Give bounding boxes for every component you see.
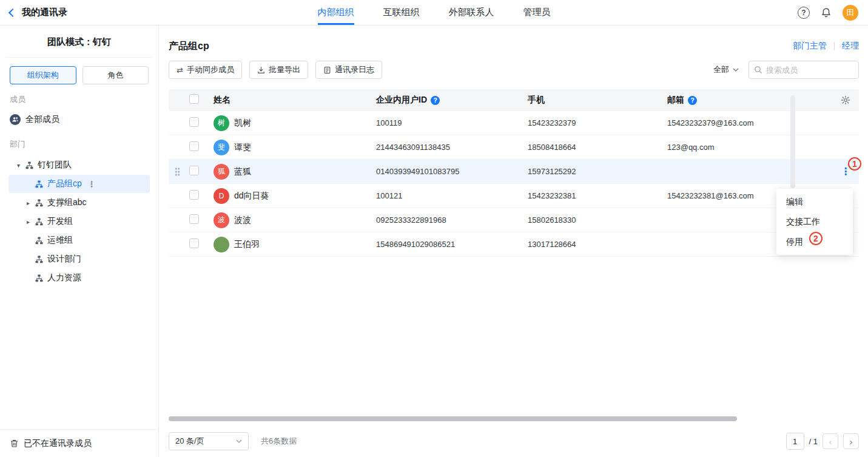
member-phone: 15802618330: [522, 215, 661, 225]
search-icon: [754, 66, 762, 74]
row-checkbox[interactable]: [189, 239, 199, 248]
pagination-bar: 20 条/页 共6条数据 / 1 ‹ ›: [169, 432, 859, 450]
manual-sync-button[interactable]: ⇄ 手动同步成员: [169, 61, 242, 79]
member-user-id: 0140393949101083795: [370, 167, 522, 176]
row-checkbox[interactable]: [189, 117, 199, 127]
member-phone: 13017128664: [522, 240, 661, 249]
avatar: 狐: [214, 164, 229, 180]
sidebar-item-removed-members[interactable]: 已不在通讯录成员: [0, 429, 158, 457]
row-checkbox[interactable]: [189, 214, 199, 224]
avatar: [214, 237, 229, 252]
tab-connected-org[interactable]: 互联组织: [383, 0, 420, 25]
tab-admins[interactable]: 管理员: [523, 0, 551, 25]
column-header-user-id: 企业内用户ID ?: [370, 95, 522, 106]
member-user-id: 21443463091138435: [370, 143, 522, 152]
tree-expand-icon[interactable]: ▾: [17, 162, 25, 169]
tree-item-design-dept[interactable]: 设计部门: [8, 250, 150, 268]
department-tree: ▾ 钉钉团队 产品组cp ⋮ ▸ 支撑组abc ▸ 开发组: [0, 156, 158, 287]
annotation-step-1: 1: [848, 157, 861, 171]
org-icon: [35, 218, 43, 226]
avatar: 树: [214, 115, 229, 131]
avatar: 斐: [214, 140, 229, 155]
tree-item-label: 钉钉团队: [38, 160, 72, 171]
tree-collapse-icon[interactable]: ▸: [27, 200, 35, 206]
sidebar: 团队模式：钉钉 组织架构 角色 成员 全部成员 部门 ▾ 钉钉团队: [0, 25, 159, 457]
toolbar: ⇄ 手动同步成员 批量导出 通讯录日志 全部: [169, 61, 859, 79]
tree-item-label: 支撑组abc: [47, 197, 87, 208]
contact-log-button[interactable]: 通讯录日志: [315, 61, 382, 79]
tree-item-support-group[interactable]: ▸ 支撑组abc: [8, 194, 150, 212]
tree-item-dingtalk-team[interactable]: ▾ 钉钉团队: [8, 156, 150, 174]
tree-item-label: 产品组cp: [47, 178, 82, 189]
horizontal-scrollbar[interactable]: [169, 416, 737, 421]
org-structure-toggle[interactable]: 组织架构: [10, 66, 76, 84]
manager-link[interactable]: 经理: [842, 41, 859, 52]
tree-item-product-group[interactable]: 产品组cp ⋮: [8, 175, 150, 193]
search-input[interactable]: [766, 66, 853, 75]
bell-icon[interactable]: [821, 7, 832, 18]
column-header-name: 姓名: [210, 95, 370, 106]
column-settings: [841, 95, 859, 105]
member-user-id: 154869491029086521: [370, 240, 522, 249]
tree-item-dev-group[interactable]: ▸ 开发组: [8, 212, 150, 231]
topbar: 我的通讯录 内部组织 互联组织 外部联系人 管理员 ? 田: [0, 0, 868, 25]
table-vertical-scrollbar[interactable]: [790, 95, 795, 188]
avatar: 波: [214, 212, 229, 228]
sidebar-item-all-members[interactable]: 全部成员: [0, 110, 158, 129]
member-name: 王伯羽: [234, 239, 260, 250]
role-toggle[interactable]: 角色: [82, 66, 149, 84]
page-title[interactable]: 我的通讯录: [22, 7, 67, 18]
batch-export-button[interactable]: 批量导出: [249, 61, 308, 79]
main-content: 产品组cp 部门主管 经理 ⇄ 手动同步成员 批量导出 通: [160, 25, 868, 457]
org-icon: [35, 274, 43, 282]
avatar: D: [214, 188, 229, 204]
row-checkbox[interactable]: [189, 190, 199, 200]
org-icon: [25, 161, 33, 169]
chevron-down-icon: [236, 439, 242, 443]
member-phone: 18508418664: [522, 143, 661, 152]
select-all-checkbox[interactable]: [189, 94, 199, 104]
page-number-input[interactable]: [786, 433, 804, 450]
question-icon[interactable]: ?: [431, 96, 440, 105]
tree-collapse-icon[interactable]: ▸: [27, 218, 35, 225]
menu-item-edit[interactable]: 编辑: [776, 192, 853, 212]
table-row: 树 凯树 100119 15423232379 15423232379@163.…: [169, 111, 859, 135]
member-search: [749, 61, 859, 79]
divider: [834, 42, 835, 50]
org-icon: [35, 237, 43, 245]
member-phone: 15423232379: [522, 118, 661, 127]
user-avatar[interactable]: 田: [843, 5, 858, 21]
dept-manager-link[interactable]: 部门主管: [793, 41, 827, 52]
org-icon: [35, 180, 43, 188]
tab-external-contacts[interactable]: 外部联系人: [449, 0, 494, 25]
back-icon[interactable]: [8, 8, 17, 16]
member-name: 谭斐: [234, 142, 251, 153]
filter-dropdown[interactable]: 全部: [713, 64, 739, 75]
next-page-button[interactable]: ›: [843, 433, 859, 449]
table-row: D dd向日葵 100121 15423232381 15423232381@1…: [169, 184, 859, 208]
table-row: 王伯羽 154869491029086521 13017128664: [169, 232, 859, 257]
department-title: 产品组cp: [169, 40, 209, 53]
tree-item-ops-group[interactable]: 运维组: [8, 231, 150, 249]
gear-icon[interactable]: [841, 95, 850, 105]
help-icon[interactable]: ?: [798, 7, 810, 19]
tree-item-hr[interactable]: 人力资源: [8, 269, 150, 287]
sync-icon: ⇄: [177, 66, 183, 75]
drag-handle-icon[interactable]: [175, 167, 180, 176]
tree-item-label: 开发组: [47, 216, 73, 227]
page-size-select[interactable]: 20 条/页: [169, 432, 249, 450]
question-icon[interactable]: ?: [688, 96, 697, 105]
tree-item-label: 人力资源: [47, 273, 81, 283]
row-checkbox[interactable]: [189, 166, 199, 175]
prev-page-button[interactable]: ‹: [823, 433, 838, 449]
members-section-label: 成员: [0, 84, 158, 110]
table-row: 波 波波 0925233322891968 15802618330: [169, 208, 859, 232]
tab-internal-org[interactable]: 内部组织: [318, 0, 354, 25]
table-header-row: 姓名 企业内用户ID ? 手机 邮箱 ?: [169, 89, 859, 111]
menu-item-handover[interactable]: 交接工作: [776, 212, 853, 232]
member-phone: 15973125292: [522, 167, 661, 176]
tree-more-icon[interactable]: ⋮: [88, 180, 96, 189]
document-icon: [323, 66, 331, 74]
row-checkbox[interactable]: [189, 141, 199, 151]
chevron-down-icon: [733, 68, 739, 72]
